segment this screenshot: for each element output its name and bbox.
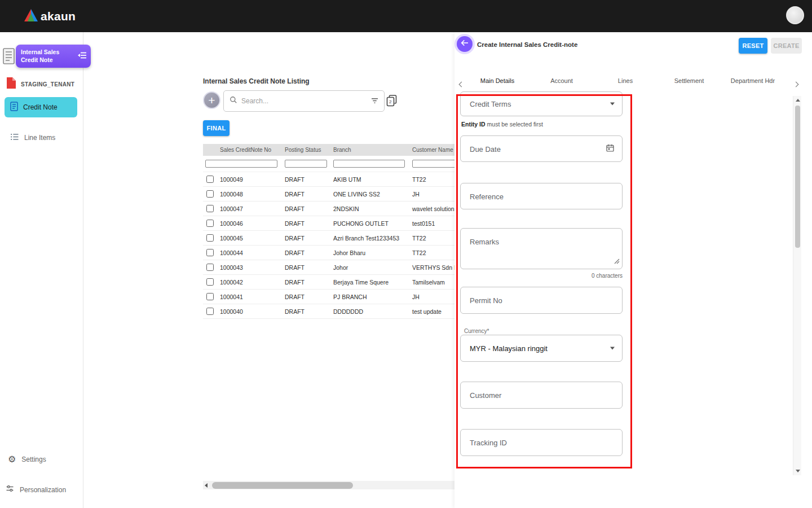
sidebar-item-internal-sales-credit-note[interactable]: Internal Sales Credit Note <box>16 45 91 68</box>
scroll-up-arrow-icon[interactable] <box>796 99 800 102</box>
search-input[interactable] <box>241 97 367 105</box>
collapse-menu-icon[interactable] <box>78 51 87 62</box>
tabs-scroll-right-button[interactable] <box>794 78 798 89</box>
tab-lines[interactable]: Lines <box>618 77 633 84</box>
copy-icon[interactable]: 2 <box>386 95 397 109</box>
column-header-posting-status[interactable]: Posting Status <box>283 144 331 156</box>
cell-branch: Johor Bharu <box>331 246 410 260</box>
logo-triangle-icon <box>24 8 38 24</box>
cell-posting-status: DRAFT <box>283 275 331 290</box>
row-checkbox[interactable] <box>206 249 214 256</box>
row-checkbox[interactable] <box>206 205 214 212</box>
cell-posting-status: DRAFT <box>283 290 331 304</box>
cell-creditnote-no: 1000047 <box>218 202 283 216</box>
filter-input-posting-status[interactable] <box>285 160 327 168</box>
sidebar-item-credit-note[interactable]: Credit Note <box>5 97 77 117</box>
credit-terms-label: Credit Terms <box>470 100 511 108</box>
tenant-label: STAGING_TENANT <box>21 81 74 87</box>
back-button[interactable] <box>457 36 473 52</box>
row-checkbox[interactable] <box>206 234 214 242</box>
tab-settlement[interactable]: Settlement <box>674 77 704 84</box>
create-button[interactable]: CREATE <box>771 38 802 54</box>
create-panel-title: Create Internal Sales Credit-note <box>477 41 577 48</box>
top-bar: akaun <box>0 0 812 32</box>
column-header-sales-creditnote-no[interactable]: Sales CreditNote No <box>218 144 283 156</box>
arrow-left-icon <box>460 39 469 49</box>
filter-input-creditnote-no[interactable] <box>205 160 277 168</box>
scroll-down-arrow-icon[interactable] <box>796 470 800 472</box>
sidebar-item-settings[interactable]: ⚙ Settings <box>8 455 46 464</box>
remarks-char-count: 0 characters <box>460 273 623 279</box>
cell-branch: DDDDDDD <box>331 304 410 319</box>
cell-creditnote-no: 1000043 <box>218 260 283 275</box>
tab-department-hdr[interactable]: Department Hdr <box>731 77 775 84</box>
cell-branch: PUCHONG OUTLET <box>331 216 410 231</box>
chevron-down-icon <box>610 103 615 106</box>
entity-id-hint: Entity IDmust be selected first <box>461 121 543 128</box>
currency-value: MYR - Malaysian ringgit <box>470 344 548 353</box>
cell-branch: PJ BRANCH <box>331 290 410 304</box>
cell-posting-status: DRAFT <box>283 231 331 246</box>
search-icon <box>230 96 237 106</box>
personalization-label: Personalization <box>20 486 66 494</box>
chevron-down-icon <box>610 347 615 350</box>
calendar-icon[interactable] <box>606 143 615 155</box>
sidebar-item-personalization[interactable]: Personalization <box>6 484 66 495</box>
cell-creditnote-no: 1000048 <box>218 187 283 202</box>
tab-account[interactable]: Account <box>550 77 573 84</box>
cell-branch: Berjaya Time Squere <box>331 275 410 290</box>
currency-label: Currency* <box>462 328 491 334</box>
sidebar: Internal Sales Credit Note STAGING_TENAN… <box>0 32 83 508</box>
row-checkbox[interactable] <box>206 190 214 198</box>
credit-terms-select[interactable]: Credit Terms <box>460 91 623 116</box>
tenant-icon <box>6 77 16 91</box>
final-filter-button[interactable]: FINAL <box>203 120 230 136</box>
row-checkbox[interactable] <box>206 278 214 286</box>
row-checkbox[interactable] <box>206 293 214 300</box>
cell-creditnote-no: 1000049 <box>218 172 283 187</box>
credit-note-label: Credit Note <box>23 103 58 111</box>
row-checkbox[interactable] <box>206 220 214 227</box>
tabs-scroll-left-button[interactable] <box>460 78 464 89</box>
remarks-label: Remarks <box>470 238 499 246</box>
vertical-scrollbar[interactable] <box>793 96 801 475</box>
column-header-branch[interactable]: Branch <box>331 144 410 156</box>
remarks-textarea[interactable]: Remarks <box>460 228 623 269</box>
due-date-field[interactable]: Due Date <box>460 135 623 162</box>
reset-button[interactable]: RESET <box>739 38 767 54</box>
row-checkbox[interactable] <box>206 176 214 183</box>
customer-field[interactable]: Customer <box>460 382 623 409</box>
currency-select[interactable]: MYR - Malaysian ringgit <box>460 335 623 362</box>
filter-input-branch[interactable] <box>333 160 405 168</box>
cell-posting-status: DRAFT <box>283 304 331 319</box>
permit-no-label: Permit No <box>470 296 502 305</box>
cell-posting-status: DRAFT <box>283 202 331 216</box>
sidebar-item-tenant[interactable]: STAGING_TENANT <box>6 77 74 91</box>
cell-branch: 2NDSKIN <box>331 202 410 216</box>
tab-main-details[interactable]: Main Details <box>480 77 515 84</box>
user-avatar[interactable] <box>786 6 804 24</box>
svg-text:2: 2 <box>389 99 392 104</box>
filter-lines-icon[interactable] <box>371 96 378 106</box>
cell-branch: Azri Branch Test1233453 <box>331 231 410 246</box>
search-box <box>223 90 385 112</box>
reference-field[interactable]: Reference <box>460 183 623 209</box>
resize-handle-icon[interactable] <box>614 256 620 266</box>
cell-creditnote-no: 1000045 <box>218 231 283 246</box>
cell-posting-status: DRAFT <box>283 216 331 231</box>
cell-creditnote-no: 1000041 <box>218 290 283 304</box>
row-checkbox[interactable] <box>206 264 214 271</box>
permit-no-field[interactable]: Permit No <box>460 287 623 314</box>
cell-posting-status: DRAFT <box>283 172 331 187</box>
vertical-scrollbar-thumb[interactable] <box>795 106 800 248</box>
listing-panel: Internal Sales Credit Note Listing + 2 <box>99 32 446 508</box>
tracking-id-field[interactable]: Tracking ID <box>460 429 623 456</box>
listing-title: Internal Sales Credit Note Listing <box>203 77 310 85</box>
row-checkbox[interactable] <box>206 308 214 315</box>
app-pill-label: Internal Sales Credit Note <box>21 49 78 63</box>
add-button[interactable]: + <box>203 91 220 109</box>
sidebar-item-line-items[interactable]: Line Items <box>5 129 77 147</box>
credit-note-icon <box>10 102 18 113</box>
horizontal-scrollbar-thumb[interactable] <box>212 482 353 489</box>
scroll-left-arrow-icon[interactable] <box>205 483 208 488</box>
